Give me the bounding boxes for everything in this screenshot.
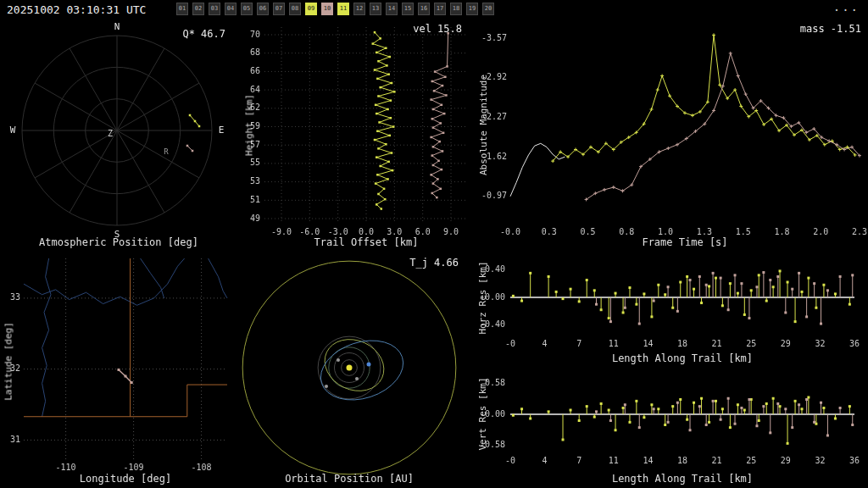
height-axis-label: Height [km]: [244, 58, 255, 193]
longitude-caption: Longitude [deg]: [0, 473, 251, 485]
frame-cell-11[interactable]: 11: [337, 3, 349, 15]
frame-cell-08[interactable]: 08: [289, 3, 301, 15]
residuals-plot[interactable]: [475, 251, 868, 488]
frame-cell-05[interactable]: 05: [241, 3, 253, 15]
frame-cell-15[interactable]: 15: [402, 3, 414, 15]
tisserand-value: T_j 4.66: [331, 257, 459, 269]
frame-cell-19[interactable]: 19: [466, 3, 478, 15]
frame-time-caption: Frame Time [s]: [505, 236, 865, 248]
app-root: 20251002 03:10:31 UTC 010203040506070809…: [0, 0, 868, 488]
length-along-trail-caption-bottom: Length Along Trail [km]: [496, 473, 868, 485]
frame-cell-04[interactable]: 04: [225, 3, 236, 15]
frame-cell-12[interactable]: 12: [353, 3, 365, 15]
trail-offset-caption: Trail Offset [km]: [239, 236, 493, 248]
top-bar: 20251002 03:10:31 UTC 010203040506070809…: [0, 0, 868, 19]
frame-cell-20[interactable]: 20: [482, 3, 494, 15]
frame-cell-06[interactable]: 06: [257, 3, 269, 15]
frame-cell-02[interactable]: 02: [192, 3, 204, 15]
orbital-position-caption: Orbital Position [AU]: [237, 473, 461, 485]
atmospheric-caption: Atmospheric Position [deg]: [0, 236, 237, 248]
ground-map-plot[interactable]: [0, 251, 237, 488]
mass-value: mass -1.51: [734, 23, 861, 35]
magnitude-axis-label: Absolute Magnitude: [478, 58, 489, 193]
q-star-value: Q* 46.7: [127, 28, 225, 40]
frame-cell-09[interactable]: 09: [305, 3, 317, 15]
light-curve-plot[interactable]: [475, 19, 868, 251]
frame-cell-03[interactable]: 03: [209, 3, 220, 15]
length-along-trail-caption-top: Length Along Trail [km]: [496, 352, 868, 364]
frame-cell-16[interactable]: 16: [418, 3, 430, 15]
frame-cell-13[interactable]: 13: [370, 3, 381, 15]
frame-selector: 0102030405060708091011121314151617181920: [176, 3, 494, 15]
trail-offset-plot[interactable]: [237, 19, 475, 251]
frame-cell-17[interactable]: 17: [434, 3, 446, 15]
utc-clock: 20251002 03:10:31 UTC: [7, 3, 146, 16]
frame-cell-14[interactable]: 14: [386, 3, 398, 15]
overflow-menu-button[interactable]: ...: [833, 0, 860, 14]
latitude-axis-label: Latitude [deg]: [3, 294, 14, 430]
frame-cell-07[interactable]: 07: [273, 3, 285, 15]
frame-cell-18[interactable]: 18: [450, 3, 462, 15]
atmospheric-position-plot[interactable]: [0, 19, 237, 251]
velocity-value: vel 15.8: [339, 23, 462, 35]
vert-res-axis-label: Vert Res [km]: [477, 347, 488, 482]
frame-cell-01[interactable]: 01: [176, 3, 188, 15]
horz-res-axis-label: Horz Res [km]: [477, 230, 488, 366]
frame-cell-10[interactable]: 10: [321, 3, 333, 15]
orbital-position-plot[interactable]: [237, 251, 475, 488]
